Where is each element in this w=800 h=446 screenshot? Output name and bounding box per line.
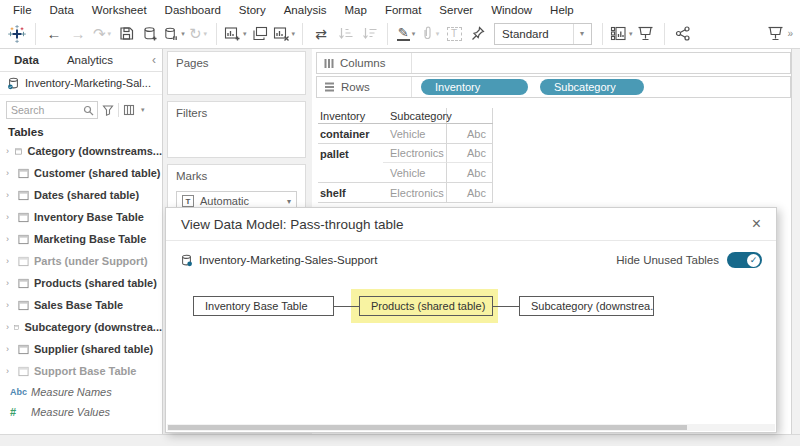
viz-row[interactable]: shelf Electronics Abc	[318, 183, 493, 203]
expand-chevron-icon[interactable]: ›	[6, 278, 13, 288]
dialog-datasource-label: Inventory-Marketing-Sales-Support	[199, 254, 377, 266]
toolbar-separator	[664, 23, 665, 45]
expand-chevron-icon[interactable]: ›	[6, 234, 13, 244]
table-item-products[interactable]: › Products (shared table)	[0, 272, 162, 294]
divider	[118, 103, 119, 117]
relationship-line	[334, 306, 359, 308]
columns-icon	[324, 58, 334, 69]
filter-fields-icon[interactable]	[102, 104, 114, 116]
menu-file[interactable]: File	[4, 4, 41, 16]
menu-map[interactable]: Map	[336, 4, 376, 16]
format-links-icon[interactable]: ▾	[419, 22, 441, 46]
expand-chevron-icon[interactable]: ›	[6, 212, 13, 222]
table-icon	[18, 168, 29, 179]
pages-shelf[interactable]: Pages	[167, 51, 306, 95]
swap-axes-button[interactable]: ⇄	[310, 22, 332, 46]
rows-shelf[interactable]: Rows Inventory Subcategory	[316, 76, 791, 98]
viz-row[interactable]: Vehicle Abc	[318, 163, 493, 183]
clear-sheet-button[interactable]: ▾	[273, 22, 296, 46]
table-item-supplier[interactable]: › Supplier (shared table)	[0, 338, 162, 360]
table-item-dates[interactable]: › Dates (shared table)	[0, 184, 162, 206]
menu-window[interactable]: Window	[482, 4, 541, 16]
table-item-customer[interactable]: › Customer (shared table)	[0, 162, 162, 184]
expand-chevron-icon[interactable]: ›	[6, 366, 13, 376]
menu-analysis[interactable]: Analysis	[275, 4, 336, 16]
viz-row[interactable]: pallet Electronics Abc	[318, 144, 493, 163]
viz-header-inventory[interactable]: Inventory	[318, 108, 383, 123]
menu-format[interactable]: Format	[376, 4, 430, 16]
duplicate-sheet-button[interactable]	[249, 22, 271, 46]
pause-auto-updates-button[interactable]: ▾	[163, 22, 185, 46]
new-worksheet-button[interactable]: ▾	[224, 22, 247, 46]
close-icon[interactable]: ×	[752, 216, 761, 232]
scrollbar-thumb[interactable]	[168, 425, 687, 430]
table-icon	[18, 344, 29, 355]
hide-unused-tables-toggle[interactable]: ✓	[727, 252, 762, 268]
pill-subcategory[interactable]: Subcategory	[540, 79, 644, 95]
field-measure-names[interactable]: Abc Measure Names	[0, 382, 162, 402]
menu-dashboard[interactable]: Dashboard	[156, 4, 230, 16]
menu-story[interactable]: Story	[230, 4, 275, 16]
new-datasource-button[interactable]	[139, 22, 161, 46]
datasource-item[interactable]: Inventory-Marketing-Sal...	[0, 72, 162, 95]
pill-inventory[interactable]: Inventory	[421, 79, 528, 95]
table-item-marketing-base[interactable]: › Marketing Base Table	[0, 228, 162, 250]
columns-shelf[interactable]: Columns	[316, 52, 791, 74]
node-subcategory[interactable]: Subcategory (downstrea...	[519, 296, 654, 316]
collapse-pane-icon[interactable]: ‹	[152, 53, 162, 67]
presentation-mode-button[interactable]	[635, 22, 657, 46]
chevron-down-icon[interactable]: ▾	[141, 106, 145, 114]
field-measure-values[interactable]: # Measure Values	[0, 402, 162, 422]
show-mark-labels-icon[interactable]: T	[443, 22, 465, 46]
table-item-support-base[interactable]: › Support Base Table	[0, 360, 162, 382]
expand-chevron-icon[interactable]: ›	[6, 190, 13, 200]
text-mark-icon: T	[182, 195, 194, 207]
node-inventory-base-table[interactable]: Inventory Base Table	[193, 296, 334, 316]
show-me-button[interactable]: »	[767, 26, 795, 41]
fix-axes-button[interactable]	[467, 22, 489, 46]
redo-icon[interactable]: ↷▾	[91, 22, 113, 46]
viz-row[interactable]: container Vehicle Abc	[318, 124, 493, 144]
show-me-chevrons: »	[787, 28, 793, 39]
share-button[interactable]	[672, 22, 694, 46]
table-item-sales-base[interactable]: › Sales Base Table	[0, 294, 162, 316]
table-item-parts[interactable]: › Parts (under Support)	[0, 250, 162, 272]
search-input[interactable]	[11, 104, 81, 116]
table-item-inventory-base[interactable]: › Inventory Base Table	[0, 206, 162, 228]
tab-data[interactable]: Data	[0, 49, 53, 71]
sort-descending-icon[interactable]	[358, 22, 380, 46]
fit-dropdown[interactable]: Standard ▾	[494, 23, 592, 45]
expand-chevron-icon[interactable]: ›	[6, 322, 9, 332]
expand-chevron-icon[interactable]: ›	[6, 146, 10, 156]
table-item-category[interactable]: › Category (downstreams...	[0, 140, 162, 162]
menu-help[interactable]: Help	[541, 4, 583, 16]
expand-chevron-icon[interactable]: ›	[6, 344, 13, 354]
refresh-icon[interactable]: ↻▾	[187, 22, 209, 46]
forward-button[interactable]: →	[67, 22, 89, 46]
viz-header-subcategory[interactable]: Subcategory	[383, 108, 447, 123]
table-icon	[14, 322, 19, 333]
node-products-shared-table[interactable]: Products (shared table)	[359, 296, 493, 316]
menu-server[interactable]: Server	[430, 4, 482, 16]
horizontal-scrollbar[interactable]	[167, 424, 775, 431]
expand-chevron-icon[interactable]: ›	[6, 300, 13, 310]
columns-shelf-label: Columns	[317, 53, 412, 73]
menu-worksheet[interactable]: Worksheet	[83, 4, 156, 16]
view-options-icon[interactable]	[123, 104, 135, 116]
expand-chevron-icon[interactable]: ›	[6, 168, 13, 178]
expand-chevron-icon[interactable]: ›	[6, 256, 13, 266]
search-box[interactable]	[6, 101, 98, 119]
toolbar-separator	[35, 23, 36, 45]
data-model-diagram: Inventory Base Table Products (shared ta…	[166, 289, 776, 337]
highlight-button[interactable]: ✎▾	[395, 22, 417, 46]
menu-data[interactable]: Data	[41, 4, 83, 16]
sort-ascending-icon[interactable]	[334, 22, 356, 46]
show-hide-cards-button[interactable]: ▾	[610, 22, 633, 46]
rows-shelf-content: Inventory Subcategory	[412, 77, 644, 97]
back-button[interactable]: ←	[43, 22, 65, 46]
save-button[interactable]	[115, 22, 137, 46]
table-item-subcategory[interactable]: › Subcategory (downstrea...	[0, 316, 162, 338]
filters-shelf[interactable]: Filters	[167, 101, 306, 158]
tab-analytics[interactable]: Analytics	[53, 49, 127, 71]
show-me-icon	[767, 26, 784, 41]
